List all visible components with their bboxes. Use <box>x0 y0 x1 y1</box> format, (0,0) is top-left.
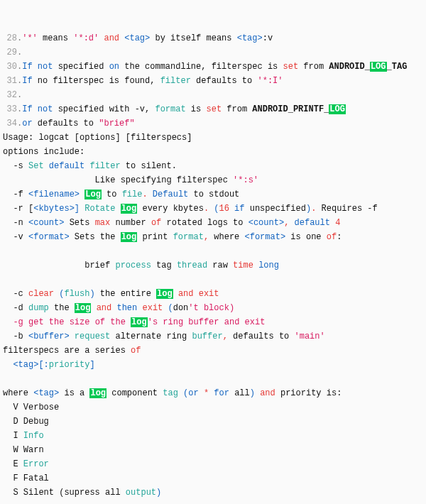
highlighted-log: log <box>131 317 148 327</box>
priority-silent: S Silent (supress all output) <box>3 488 161 498</box>
highlighted-log: LOG <box>370 62 387 72</box>
line-number: 29 <box>3 45 17 60</box>
priority-error: E Error <box>3 459 49 469</box>
filterspec-syntax: <tag>[:priority] <box>3 360 95 370</box>
opt-s: -s Set default filter to silent. <box>3 161 177 171</box>
priority-fatal: F Fatal <box>3 473 49 483</box>
opt-s-desc: Like specifying filterspec '*:s' <box>3 175 258 185</box>
opt-g: -g get the size of the log's ring buffer… <box>3 317 265 327</box>
line-33: 33.If not specified with -v, format is s… <box>3 104 346 114</box>
line-32: 32. <box>3 90 22 100</box>
line-30: 30.If not specified on the commandline, … <box>3 62 407 72</box>
filterspec-header: filterspecs are a series of <box>3 346 141 356</box>
token-string: '*' <box>22 33 38 43</box>
line-number: 32 <box>3 88 17 102</box>
line-number: 30 <box>3 60 17 74</box>
line-28: 28.'*' means '*:d' and <tag> by itself m… <box>3 33 273 43</box>
opt-c: -c clear (flush) the entire log and exit <box>3 289 219 299</box>
priority-debug: D Debug <box>3 417 49 427</box>
opt-d: -d dump the log and then exit (don't blo… <box>3 303 234 313</box>
highlighted-log: LOG <box>329 104 346 114</box>
line-31: 31.If no filterspec is found, filter def… <box>3 76 283 86</box>
line-number: 31 <box>3 74 17 88</box>
code-listing: 28.'*' means '*:d' and <tag> by itself m… <box>3 31 423 504</box>
line-number: 33 <box>3 102 17 116</box>
line-number: 28 <box>3 31 17 45</box>
highlighted-log: log <box>156 289 173 299</box>
opt-v: -v <format> Sets the log print format, w… <box>3 232 342 242</box>
options-header: options include: <box>3 147 84 157</box>
highlighted-log: log <box>89 388 106 398</box>
line-29: 29. <box>3 48 22 57</box>
usage-line: Usage: logcat [options] [filterspecs] <box>3 133 192 143</box>
line-34: 34.or defaults to "brief" <box>3 119 135 128</box>
formats-list: brief process tag thread raw time long <box>3 261 279 270</box>
highlighted-log: log <box>75 303 92 313</box>
highlighted-log: log <box>121 232 138 242</box>
opt-r: -r [<kbytes>] Rotate log every kbytes. (… <box>3 204 378 214</box>
priority-info: I Info <box>3 431 44 441</box>
priority-verbose: V Verbose <box>3 402 59 412</box>
where-line: where <tag> is a log component tag (or *… <box>3 388 342 398</box>
opt-f: -f <filename> Log to file. Default to st… <box>3 190 239 199</box>
opt-b: -b <buffer> request alternate ring buffe… <box>3 332 325 341</box>
line-number: 34 <box>3 116 17 131</box>
priority-warn: W Warn <box>3 445 44 455</box>
highlighted-log: Log <box>84 190 102 199</box>
highlighted-log: log <box>121 204 138 214</box>
opt-n: -n <count> Sets max number of rotated lo… <box>3 218 340 228</box>
